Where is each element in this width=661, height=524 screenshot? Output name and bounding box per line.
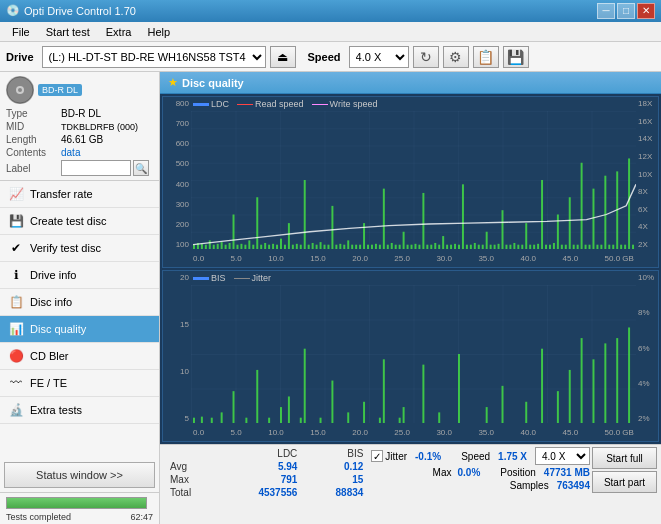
sidebar-item-transfer-rate[interactable]: 📈 Transfer rate (0, 181, 159, 208)
avg-ldc: 5.94 (219, 460, 303, 473)
menu-file[interactable]: File (4, 24, 38, 40)
svg-rect-136 (403, 407, 405, 423)
ldc-color (193, 103, 209, 106)
svg-rect-52 (383, 189, 385, 249)
action-buttons: Start full Start part (592, 447, 657, 522)
drivebar: Drive (L:) HL-DT-ST BD-RE WH16NS58 TST4 … (0, 42, 661, 72)
sidebar-item-label: Transfer rate (30, 188, 93, 200)
progress-area (0, 492, 159, 512)
stats-table: LDC BIS Avg 5.94 0.12 Max 791 (164, 447, 369, 522)
menubar: File Start test Extra Help (0, 22, 661, 42)
svg-rect-130 (331, 381, 333, 423)
disc-type-row: Type BD-R DL (6, 108, 153, 119)
disc-graphic (6, 76, 34, 104)
svg-rect-20 (256, 197, 258, 249)
minimize-button[interactable]: ─ (597, 3, 615, 19)
sidebar-item-disc-quality[interactable]: 📊 Disc quality (0, 316, 159, 343)
svg-rect-150 (628, 327, 630, 423)
legend-jitter: Jitter (234, 273, 272, 283)
svg-rect-14 (233, 215, 235, 250)
chart1-y-axis-right: 18X16X14X12X10X8X6X4X2X (636, 97, 658, 249)
svg-rect-137 (422, 365, 424, 423)
sidebar-item-label: Create test disc (30, 215, 106, 227)
svg-rect-145 (569, 370, 571, 423)
jitter-label: Jitter (385, 451, 407, 462)
speed-label: Speed (308, 51, 341, 63)
svg-rect-132 (363, 402, 365, 423)
sidebar-item-label: Extra tests (30, 404, 82, 416)
svg-rect-82 (502, 210, 504, 249)
chart1-svg (191, 111, 636, 249)
total-bis: 88834 (303, 486, 369, 499)
legend-bis: BIS (193, 273, 226, 283)
sidebar-item-drive-info[interactable]: ℹ Drive info (0, 262, 159, 289)
legend-write-speed: Write speed (312, 99, 378, 109)
status-window-button[interactable]: Status window >> (4, 462, 155, 488)
sidebar-item-label: Disc quality (30, 323, 86, 335)
sidebar-item-fe-te[interactable]: 〰 FE / TE (0, 370, 159, 397)
avg-label: Avg (164, 460, 219, 473)
save-button[interactable]: 💾 (503, 46, 529, 68)
svg-rect-39 (331, 206, 333, 249)
svg-rect-114 (628, 158, 630, 249)
sidebar-item-label: Disc info (30, 296, 72, 308)
sidebar-item-create-test-disc[interactable]: 💾 Create test disc (0, 208, 159, 235)
sidebar-item-cd-bler[interactable]: 🔴 CD Bler (0, 343, 159, 370)
menu-help[interactable]: Help (139, 24, 178, 40)
create-test-disc-icon: 💾 (8, 213, 24, 229)
disc-info-icon: 📋 (8, 294, 24, 310)
svg-rect-141 (502, 386, 504, 423)
stats-row-max: Max 791 15 (164, 473, 369, 486)
legend-read-speed: Read speed (237, 99, 304, 109)
svg-rect-43 (347, 240, 349, 249)
svg-rect-148 (604, 343, 606, 423)
status-text: Tests completed (6, 512, 71, 522)
nav-items: 📈 Transfer rate 💾 Create test disc ✔ Ver… (0, 181, 159, 458)
start-part-button[interactable]: Start part (592, 471, 657, 493)
svg-rect-28 (288, 223, 290, 249)
chart2-x-axis: 0.05.010.015.020.025.030.035.040.045.050… (191, 423, 636, 441)
svg-rect-147 (592, 359, 594, 423)
app-title: Opti Drive Control 1.70 (24, 5, 597, 17)
svg-rect-72 (462, 184, 464, 249)
disc-length-value: 46.61 GB (61, 134, 103, 145)
menu-extra[interactable]: Extra (98, 24, 140, 40)
jitter-color (234, 278, 250, 279)
sidebar-item-verify-test-disc[interactable]: ✔ Verify test disc (0, 235, 159, 262)
chart2-legend: BIS Jitter (193, 273, 271, 283)
svg-rect-140 (486, 407, 488, 423)
stats-right: ✓ Jitter -0.1% Speed 1.75 X 4.0 X Max 0.… (371, 447, 590, 522)
sidebar-item-disc-info[interactable]: 📋 Disc info (0, 289, 159, 316)
jitter-checkbox[interactable]: ✓ (371, 450, 383, 462)
refresh-button[interactable]: ↻ (413, 46, 439, 68)
close-button[interactable]: ✕ (637, 3, 655, 19)
maximize-button[interactable]: □ (617, 3, 635, 19)
position-row: Max 0.0% Position 47731 MB (433, 467, 590, 478)
disc-panel: BD-R DL Type BD-R DL MID TDKBLDRFB (000)… (0, 72, 159, 181)
disc-label-input[interactable] (61, 160, 131, 176)
eject-button[interactable]: ⏏ (270, 46, 296, 68)
stats-row-total: Total 4537556 88834 (164, 486, 369, 499)
speed-select[interactable]: 4.0 X (349, 46, 409, 68)
settings-button[interactable]: ⚙ (443, 46, 469, 68)
svg-rect-96 (557, 215, 559, 250)
speed-select-stats[interactable]: 4.0 X (535, 447, 590, 465)
jitter-row: ✓ Jitter -0.1% Speed 1.75 X 4.0 X (371, 447, 590, 465)
svg-rect-105 (592, 189, 594, 249)
disc-mid-value: TDKBLDRFB (000) (61, 122, 138, 132)
copy-button[interactable]: 📋 (473, 46, 499, 68)
svg-rect-102 (581, 163, 583, 249)
start-full-button[interactable]: Start full (592, 447, 657, 469)
sidebar-item-extra-tests[interactable]: 🔬 Extra tests (0, 397, 159, 424)
chart2-y-axis-right: 10%8%6%4%2% (636, 271, 658, 423)
chart2-y-axis-left: 2015105 (163, 271, 191, 423)
progress-bar (6, 497, 147, 509)
avg-bis: 0.12 (303, 460, 369, 473)
charts-area: LDC Read speed Write speed 8007006005004… (160, 94, 661, 444)
disc-type-value: BD-R DL (61, 108, 101, 119)
disc-label-browse[interactable]: 🔍 (133, 160, 149, 176)
drive-select[interactable]: (L:) HL-DT-ST BD-RE WH16NS58 TST4 (42, 46, 266, 68)
chart1-y-axis-left: 800700600500400300200100 (163, 97, 191, 249)
drive-info-icon: ℹ (8, 267, 24, 283)
menu-start-test[interactable]: Start test (38, 24, 98, 40)
